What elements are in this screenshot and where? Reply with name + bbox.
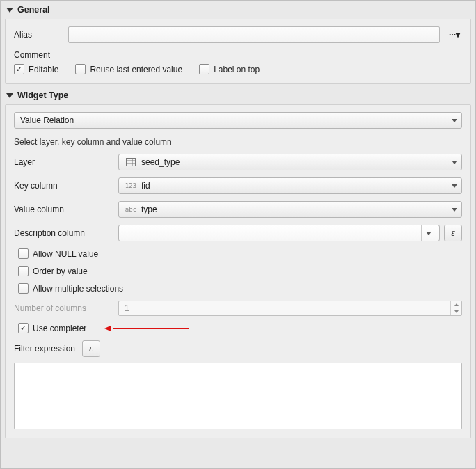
chevron-down-icon — [452, 161, 457, 164]
value-column-select[interactable]: abc type — [118, 201, 462, 218]
chevron-down-icon — [421, 225, 435, 241]
checkbox-icon — [18, 266, 29, 276]
section-general-body: Alias ···▾ Comment Editable Reuse last e… — [5, 19, 471, 84]
key-column-label: Key column — [14, 181, 118, 191]
use-completer-label: Use completer — [33, 324, 86, 333]
num-columns-spinner: 1 — [118, 301, 462, 316]
allow-multiple-checkbox[interactable]: Allow multiple selections — [18, 283, 123, 294]
layer-select[interactable]: seed_type — [118, 154, 462, 170]
checkbox-icon — [18, 323, 29, 333]
num-columns-label: Number of columns — [14, 303, 118, 313]
allow-null-checkbox[interactable]: Allow NULL value — [18, 248, 98, 259]
order-by-value-label: Order by value — [33, 267, 88, 276]
section-general-header[interactable]: General — [2, 2, 474, 19]
section-widget-title: Widget Type — [17, 90, 68, 100]
section-general: General Alias ···▾ Comment Editable Reus… — [2, 2, 474, 84]
section-widget-type: Widget Type Value Relation Select layer,… — [2, 88, 474, 438]
editable-checkbox[interactable]: Editable — [14, 64, 58, 74]
value-column-value: type — [141, 205, 157, 214]
label-on-top-checkbox[interactable]: Label on top — [199, 64, 260, 74]
chevron-down-icon — [452, 208, 457, 212]
key-column-select[interactable]: 123 fid — [118, 177, 462, 194]
chevron-down-icon — [452, 184, 457, 188]
checkbox-icon — [14, 64, 24, 74]
checkbox-icon — [199, 64, 209, 74]
label-on-top-label: Label on top — [214, 65, 260, 74]
alias-label: Alias — [14, 30, 68, 40]
widget-type-select[interactable]: Value Relation — [14, 112, 462, 129]
reuse-last-label: Reuse last entered value — [90, 65, 182, 74]
checkbox-icon — [75, 64, 86, 74]
value-column-label: Value column — [14, 205, 118, 214]
description-expression-button[interactable]: ε — [444, 225, 462, 241]
checkbox-icon — [18, 248, 29, 259]
allow-multiple-label: Allow multiple selections — [33, 284, 123, 294]
filter-expression-button[interactable]: ε — [82, 340, 100, 357]
comment-label: Comment — [14, 50, 462, 60]
description-column-label: Description column — [14, 228, 118, 238]
editable-label: Editable — [29, 65, 58, 74]
chevron-down-icon — [452, 119, 457, 122]
reuse-last-checkbox[interactable]: Reuse last entered value — [75, 64, 182, 74]
filter-expression-label: Filter expression — [14, 344, 75, 353]
disclosure-triangle-icon — [6, 8, 13, 13]
layer-value: seed_type — [141, 157, 180, 167]
order-by-value-checkbox[interactable]: Order by value — [18, 266, 88, 276]
disclosure-triangle-icon — [6, 93, 13, 98]
checkbox-icon — [18, 283, 29, 294]
text-field-icon: abc — [125, 205, 137, 214]
widget-hint: Select layer, key column and value colum… — [14, 137, 462, 147]
section-general-title: General — [17, 5, 50, 15]
annotation-arrow-icon — [106, 324, 189, 333]
table-icon — [125, 157, 137, 167]
alias-more-button[interactable]: ···▾ — [447, 29, 462, 41]
use-completer-checkbox[interactable]: Use completer — [18, 323, 86, 333]
section-widget-header[interactable]: Widget Type — [2, 88, 474, 104]
layer-label: Layer — [14, 157, 118, 167]
chevron-down-icon — [454, 310, 459, 313]
widget-type-value: Value Relation — [20, 116, 74, 125]
key-column-value: fid — [141, 181, 150, 191]
alias-input[interactable] — [68, 26, 440, 43]
spinner-buttons — [450, 301, 461, 315]
svg-rect-0 — [127, 159, 136, 166]
allow-null-label: Allow NULL value — [33, 249, 98, 259]
numeric-field-icon: 123 — [125, 181, 137, 191]
config-panel: General Alias ···▾ Comment Editable Reus… — [0, 0, 476, 469]
filter-expression-textarea[interactable] — [14, 363, 462, 429]
description-column-select[interactable] — [118, 225, 440, 241]
chevron-up-icon — [454, 303, 459, 306]
section-widget-body: Value Relation Select layer, key column … — [5, 104, 471, 438]
num-columns-value: 1 — [125, 303, 129, 313]
